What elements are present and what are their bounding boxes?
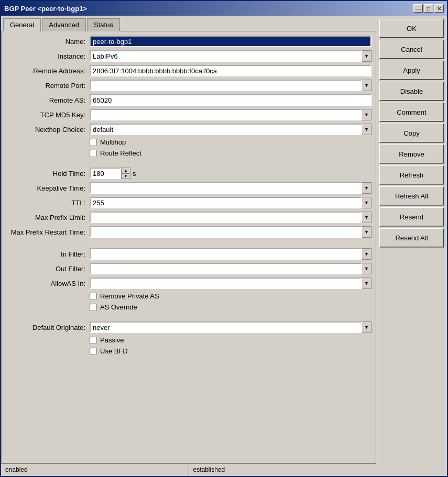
instance-label: Instance: bbox=[6, 52, 90, 60]
name-input[interactable] bbox=[90, 36, 371, 47]
cancel-button[interactable]: Cancel bbox=[379, 40, 444, 59]
out-filter-dropdown-btn[interactable]: ▼ bbox=[362, 263, 371, 274]
divider-2 bbox=[6, 241, 371, 245]
in-filter-input[interactable] bbox=[90, 248, 362, 260]
default-originate-input[interactable] bbox=[90, 321, 362, 333]
apply-button[interactable]: Apply bbox=[379, 61, 444, 80]
remote-port-label: Remote Port: bbox=[6, 82, 90, 90]
ttl-field: ▼ bbox=[90, 197, 371, 208]
window-title: BGP Peer <peer-to-bgp1> bbox=[4, 5, 87, 13]
tcp-md5-field: ▼ bbox=[90, 109, 371, 120]
tab-status[interactable]: Status bbox=[87, 18, 120, 31]
maximize-button[interactable]: □ bbox=[424, 4, 433, 13]
ttl-input[interactable] bbox=[90, 197, 362, 208]
minimize-button[interactable]: — bbox=[413, 4, 423, 13]
use-bfd-checkbox[interactable] bbox=[90, 348, 97, 355]
as-override-label: AS Override bbox=[100, 303, 137, 311]
max-prefix-restart-field: ▼ bbox=[90, 226, 371, 238]
in-filter-label: In Filter: bbox=[6, 250, 90, 258]
out-filter-input[interactable] bbox=[90, 263, 362, 274]
form-grid: Name: Instance: ▼ Remote Address: Remote… bbox=[6, 36, 371, 355]
hold-time-label: Hold Time: bbox=[6, 170, 90, 178]
as-override-checkbox[interactable] bbox=[90, 304, 97, 311]
copy-button[interactable]: Copy bbox=[379, 124, 444, 142]
remote-port-dropdown-btn[interactable]: ▼ bbox=[362, 80, 371, 91]
route-reflect-row: Route Reflect bbox=[90, 149, 371, 157]
keepalive-dropdown-btn[interactable]: ▼ bbox=[362, 182, 371, 194]
remote-port-input[interactable] bbox=[90, 80, 362, 91]
tcp-md5-input[interactable] bbox=[90, 109, 362, 120]
remote-address-input[interactable] bbox=[90, 65, 371, 76]
route-reflect-label: Route Reflect bbox=[100, 149, 141, 157]
keepalive-input[interactable] bbox=[90, 182, 362, 194]
status-right: established bbox=[189, 464, 377, 476]
resend-all-button[interactable]: Resend All bbox=[379, 228, 444, 247]
hold-time-up-btn[interactable]: ▲ bbox=[121, 168, 130, 173]
use-bfd-label: Use BFD bbox=[100, 347, 128, 355]
tab-bar: General Advanced Status bbox=[1, 16, 376, 31]
keepalive-field: ▼ bbox=[90, 182, 371, 194]
instance-input[interactable] bbox=[90, 50, 362, 62]
default-originate-dropdown-btn[interactable]: ▼ bbox=[362, 321, 371, 333]
remote-port-field: ▼ bbox=[90, 80, 371, 91]
remove-private-checkbox[interactable] bbox=[90, 293, 97, 300]
comment-button[interactable]: Comment bbox=[379, 103, 444, 121]
hold-time-spinner: ▲ ▼ bbox=[121, 168, 130, 179]
passive-checkbox[interactable] bbox=[90, 337, 97, 344]
max-prefix-label: Max Prefix Limit: bbox=[6, 214, 90, 221]
instance-dropdown-btn[interactable]: ▼ bbox=[362, 50, 371, 62]
allowas-dropdown-btn[interactable]: ▼ bbox=[362, 278, 371, 289]
multihop-row: Multihop bbox=[90, 138, 371, 146]
tcp-md5-label: TCP MD5 Key: bbox=[6, 111, 90, 119]
max-prefix-input[interactable] bbox=[90, 212, 362, 223]
title-bar: BGP Peer <peer-to-bgp1> — □ ✕ bbox=[1, 1, 447, 16]
nexthop-input[interactable] bbox=[90, 124, 362, 135]
out-filter-field: ▼ bbox=[90, 263, 371, 274]
max-prefix-restart-dropdown-btn[interactable]: ▼ bbox=[362, 226, 371, 238]
ttl-dropdown-btn[interactable]: ▼ bbox=[362, 197, 371, 208]
max-prefix-restart-input[interactable] bbox=[90, 226, 362, 238]
route-reflect-checkbox[interactable] bbox=[90, 150, 97, 157]
name-label: Name: bbox=[6, 38, 90, 46]
allowas-input[interactable] bbox=[90, 278, 362, 289]
remote-as-label: Remote AS: bbox=[6, 96, 90, 104]
disable-button[interactable]: Disable bbox=[379, 82, 444, 101]
remote-address-label: Remote Address: bbox=[6, 67, 90, 75]
as-override-row: AS Override bbox=[90, 303, 371, 311]
hold-time-unit: s bbox=[133, 170, 136, 178]
remote-as-input[interactable] bbox=[90, 94, 371, 106]
remove-private-row: Remove Private AS bbox=[90, 292, 371, 300]
hold-time-row: ▲ ▼ s bbox=[90, 168, 371, 179]
max-prefix-field: ▼ bbox=[90, 212, 371, 223]
max-prefix-dropdown-btn[interactable]: ▼ bbox=[362, 212, 371, 223]
ttl-label: TTL: bbox=[6, 199, 90, 207]
refresh-all-button[interactable]: Refresh All bbox=[379, 186, 444, 205]
resend-button[interactable]: Resend bbox=[379, 207, 444, 226]
passive-row: Passive bbox=[90, 336, 371, 344]
refresh-button[interactable]: Refresh bbox=[379, 165, 444, 184]
hold-time-down-btn[interactable]: ▼ bbox=[121, 173, 130, 179]
remove-button[interactable]: Remove bbox=[379, 145, 444, 163]
in-filter-dropdown-btn[interactable]: ▼ bbox=[362, 248, 371, 260]
hold-time-input[interactable] bbox=[90, 168, 121, 179]
max-prefix-restart-label: Max Prefix Restart Time: bbox=[6, 228, 90, 236]
divider-1 bbox=[6, 160, 371, 164]
tab-advanced[interactable]: Advanced bbox=[42, 18, 86, 31]
tcp-md5-dropdown-btn[interactable]: ▼ bbox=[362, 109, 371, 120]
main-panel: General Advanced Status Name: Instance: bbox=[1, 16, 376, 476]
right-panel: OK Cancel Apply Disable Comment Copy Rem… bbox=[376, 16, 447, 476]
tab-general[interactable]: General bbox=[3, 18, 41, 31]
ok-button[interactable]: OK bbox=[379, 19, 444, 38]
allowas-label: AllowAS In: bbox=[6, 280, 90, 287]
nexthop-dropdown-btn[interactable]: ▼ bbox=[362, 124, 371, 135]
nexthop-field: ▼ bbox=[90, 124, 371, 135]
title-bar-buttons: — □ ✕ bbox=[413, 4, 444, 13]
out-filter-label: Out Filter: bbox=[6, 265, 90, 273]
in-filter-field: ▼ bbox=[90, 248, 371, 260]
close-button[interactable]: ✕ bbox=[434, 4, 444, 13]
passive-label: Passive bbox=[100, 336, 124, 344]
main-window: BGP Peer <peer-to-bgp1> — □ ✕ General Ad… bbox=[0, 0, 448, 477]
keepalive-label: Keepalive Time: bbox=[6, 184, 90, 192]
multihop-checkbox[interactable] bbox=[90, 139, 97, 146]
status-left: enabled bbox=[1, 464, 189, 476]
